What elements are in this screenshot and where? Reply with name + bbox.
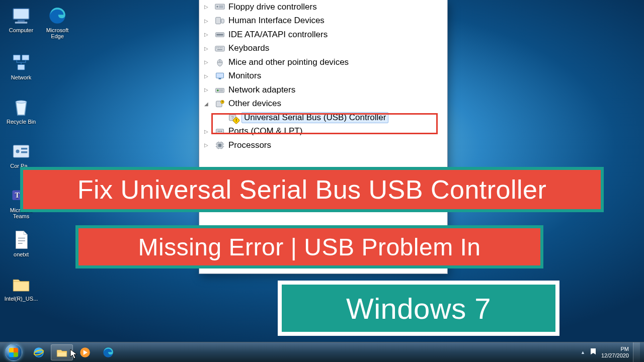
tree-node-ports[interactable]: ▷Ports (COM & LPT) — [214, 125, 443, 139]
tray-expand-icon[interactable]: ▲ — [581, 350, 585, 355]
hid-icon — [214, 16, 225, 26]
desktop-icon-label: onetxt — [14, 251, 29, 257]
expand-icon[interactable]: ▷ — [204, 18, 210, 24]
tray-action-center-icon[interactable] — [589, 348, 597, 357]
expand-icon[interactable]: ▷ — [204, 32, 210, 37]
keyboard-icon — [214, 43, 225, 53]
banner-text: Missing Error | USB Problem In — [138, 233, 481, 261]
svg-rect-24 — [216, 73, 224, 78]
collapse-icon[interactable]: ◢ — [204, 101, 210, 107]
svg-point-7 — [16, 101, 27, 103]
tree-node-processors[interactable]: ▷Processors — [214, 138, 443, 152]
tree-node-usb-controller-problem[interactable]: ? Universal Serial Bus (USB) Controller — [227, 111, 443, 125]
desktop-icon-network[interactable]: Network — [3, 50, 39, 95]
tree-node-mice[interactable]: ▷Mice and other pointing devices — [214, 55, 443, 69]
expand-icon[interactable]: ▷ — [204, 129, 210, 134]
svg-point-34 — [217, 131, 219, 132]
svg-rect-27 — [217, 89, 218, 91]
expand-icon[interactable]: ▷ — [204, 59, 210, 65]
taskbar-time: PM — [601, 346, 629, 352]
desktop-icon-label: Recycle Bin — [7, 119, 36, 125]
tree-node-ide[interactable]: ▷IDE ATA/ATAPI controllers — [214, 28, 443, 42]
desktop-icon-edge[interactable]: Microsoft Edge — [39, 3, 75, 47]
recycle-bin-icon — [11, 97, 32, 118]
svg-rect-0 — [13, 9, 29, 19]
network-adapter-icon — [214, 85, 225, 95]
expand-icon[interactable]: ▷ — [204, 73, 210, 79]
desktop-icon-intel-usb[interactable]: Intel(R)_US... — [3, 272, 39, 316]
banner-text: Windows 7 — [346, 292, 491, 325]
svg-rect-10 — [21, 148, 27, 150]
tree-node-other-devices[interactable]: ◢?Other devices — [214, 97, 443, 111]
svg-rect-6 — [18, 65, 25, 70]
tree-node-label-selected: Universal Serial Bus (USB) Controller — [242, 112, 388, 123]
taskbar-icon-edge[interactable] — [97, 344, 119, 360]
unknown-device-warning-icon: ? — [227, 113, 238, 123]
desktop-icon-computer[interactable]: Computer — [3, 3, 39, 47]
expand-icon[interactable]: ▷ — [204, 46, 210, 51]
taskbar-icon-ie[interactable] — [28, 344, 50, 360]
banner-line-3: Windows 7 — [278, 281, 559, 336]
tree-node-floppy[interactable]: ▷Floppy drive controllers — [214, 0, 443, 14]
processor-icon — [214, 140, 225, 150]
tree-node-label: IDE ATA/ATAPI controllers — [228, 30, 328, 40]
tree-node-monitors[interactable]: ▷Monitors — [214, 69, 443, 83]
start-button[interactable] — [0, 342, 27, 363]
tree-node-network[interactable]: ▷Network adapters — [214, 83, 443, 97]
banner-line-1: Fix Universal Serial Bus USB Controller — [20, 167, 604, 212]
ports-icon — [214, 126, 225, 136]
tree-node-label: Monitors — [228, 71, 261, 81]
svg-rect-17 — [219, 5, 223, 8]
taskbar-clock[interactable]: PM 12/27/2020 — [601, 346, 629, 358]
svg-point-35 — [219, 131, 221, 132]
system-tray: ▲ PM 12/27/2020 — [581, 342, 644, 363]
svg-point-36 — [221, 131, 222, 132]
desktop-icon-label: Network — [11, 74, 31, 80]
svg-rect-2 — [15, 22, 28, 24]
svg-rect-41 — [57, 351, 67, 352]
svg-point-16 — [216, 6, 218, 7]
desktop-icon-onetxt[interactable]: onetxt — [3, 227, 39, 272]
svg-rect-4 — [13, 55, 20, 60]
expand-icon[interactable]: ▷ — [204, 4, 210, 10]
ide-icon — [214, 30, 225, 40]
tree-node-label: Mice and other pointing devices — [228, 57, 349, 67]
show-desktop-button[interactable] — [633, 342, 640, 363]
tree-node-label: Processors — [228, 140, 271, 150]
tree-node-keyboards[interactable]: ▷Keyboards — [214, 42, 443, 56]
svg-rect-22 — [215, 46, 224, 51]
banner-text: Fix Universal Serial Bus USB Controller — [77, 174, 547, 205]
floppy-controller-icon — [214, 2, 225, 12]
desktop-icon-recycle-bin[interactable]: Recycle Bin — [3, 95, 39, 139]
tree-node-label: Network adapters — [228, 85, 295, 95]
mouse-icon — [214, 57, 225, 67]
network-icon — [11, 52, 32, 73]
svg-rect-21 — [216, 34, 223, 35]
other-devices-icon: ? — [214, 99, 225, 109]
desktop-icon-label: Microsoft Edge — [40, 27, 75, 39]
control-panel-icon — [11, 141, 32, 162]
taskbar-icon-wmp[interactable] — [74, 344, 96, 360]
tree-node-label: Floppy drive controllers — [228, 2, 317, 12]
desktop-icon-label: Computer — [9, 27, 33, 33]
svg-point-9 — [16, 150, 20, 153]
device-tree[interactable]: ▷Floppy drive controllers ▷Human Interfa… — [199, 0, 447, 154]
expand-icon[interactable]: ▷ — [204, 87, 210, 93]
svg-rect-25 — [219, 78, 221, 79]
taskbar-icon-explorer[interactable] — [51, 344, 73, 360]
tree-node-label: Other devices — [228, 99, 281, 109]
taskbar-date: 12/27/2020 — [601, 352, 629, 359]
svg-rect-19 — [221, 19, 224, 23]
svg-rect-5 — [22, 55, 29, 60]
banner-line-2: Missing Error | USB Problem In — [75, 225, 543, 268]
tree-node-hid[interactable]: ▷Human Interface Devices — [214, 14, 443, 28]
svg-text:T: T — [15, 192, 20, 199]
svg-rect-1 — [18, 20, 25, 22]
text-file-icon — [11, 229, 32, 250]
monitor-icon — [214, 71, 225, 81]
expand-icon[interactable]: ▷ — [204, 142, 210, 148]
tree-node-label: Keyboards — [228, 43, 269, 53]
svg-rect-18 — [216, 18, 221, 24]
svg-rect-38 — [218, 143, 222, 147]
taskbar: ▲ PM 12/27/2020 — [0, 342, 644, 362]
